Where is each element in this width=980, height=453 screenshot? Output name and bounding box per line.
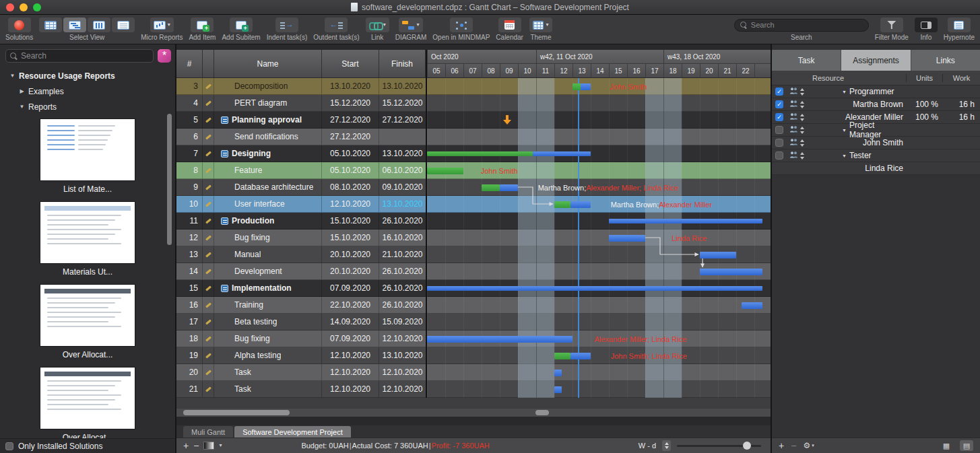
task-finish-cell[interactable]: 06.10.2020 xyxy=(379,162,426,178)
resource-row-tester[interactable]: ▼Tester xyxy=(772,149,980,162)
report-thumbnail[interactable]: Materials Ut... xyxy=(40,201,135,283)
table-scroll-thumb[interactable] xyxy=(183,410,290,415)
task-row[interactable]: 14Development20.10.202026.10.2020 xyxy=(176,263,426,280)
task-row[interactable]: 20Task12.10.202012.10.2020 xyxy=(176,364,426,381)
resource-row-martha-brown[interactable]: ✓Martha Brown100 %16 h xyxy=(772,98,980,111)
filter-button[interactable] xyxy=(880,18,903,32)
sort-arrows-icon[interactable] xyxy=(800,152,805,160)
task-finish-cell[interactable]: 13.10.2020 xyxy=(379,145,426,162)
resource-checkbox[interactable]: ✓ xyxy=(775,88,783,96)
sort-arrows-icon[interactable] xyxy=(800,101,805,108)
task-edit-cell[interactable] xyxy=(203,263,214,279)
calendar-button[interactable] xyxy=(498,18,521,32)
resource-checkbox[interactable] xyxy=(775,151,783,160)
task-row[interactable]: 8Feature05.10.202006.10.2020 xyxy=(176,162,426,179)
task-finish-cell[interactable]: 12.10.2020 xyxy=(379,330,426,347)
task-edit-cell[interactable] xyxy=(203,213,214,229)
report-thumbnail[interactable]: List of Mate... xyxy=(40,118,135,200)
micro-reports-button[interactable]: ▾ xyxy=(150,18,174,32)
minimize-window-button[interactable] xyxy=(20,3,28,11)
gantt-bar[interactable] xyxy=(554,353,570,359)
toolbar-search-input[interactable] xyxy=(751,21,863,29)
task-edit-cell[interactable] xyxy=(203,112,214,128)
close-window-button[interactable] xyxy=(6,3,14,11)
task-edit-cell[interactable] xyxy=(203,145,214,162)
resource-checkbox[interactable]: ✓ xyxy=(775,100,783,108)
task-start-cell[interactable]: 12.10.2020 xyxy=(322,347,379,363)
gantt-bar[interactable] xyxy=(482,184,500,191)
task-finish-cell[interactable]: 26.10.2020 xyxy=(379,280,426,296)
sidebar-item-resource-usage-reports[interactable]: ▼Resource Usage Reports xyxy=(0,68,175,83)
task-edit-cell[interactable] xyxy=(203,280,214,296)
task-start-cell[interactable]: 12.10.2020 xyxy=(322,364,379,380)
zoom-slider-knob[interactable] xyxy=(743,442,751,450)
diagram-button[interactable]: ▾ xyxy=(399,18,422,32)
column-header-name[interactable]: Name xyxy=(214,50,322,78)
task-row[interactable]: 6Send notifications27.12.2020 xyxy=(176,129,426,145)
view-board-button[interactable] xyxy=(88,18,110,32)
sidebar-item-examples[interactable]: ▶Examples xyxy=(0,83,175,99)
sidebar-search-input[interactable] xyxy=(21,51,149,61)
task-row[interactable]: 19Alpha testing12.10.202013.10.2020 xyxy=(176,347,426,364)
task-edit-cell[interactable] xyxy=(203,95,214,111)
task-name-cell[interactable]: Feature xyxy=(214,162,322,178)
link-button[interactable]: ▾ xyxy=(366,18,389,32)
hypernote-button[interactable] xyxy=(948,18,971,32)
report-thumbnail[interactable]: Over Allocat... xyxy=(40,367,135,448)
task-row[interactable]: 12Bug fixing15.10.202016.10.2020 xyxy=(176,230,426,246)
indent-button[interactable] xyxy=(275,18,298,32)
task-edit-cell[interactable] xyxy=(203,330,214,347)
header-units[interactable]: Units xyxy=(906,74,942,82)
resource-checkbox[interactable]: ✓ xyxy=(775,113,783,121)
task-edit-cell[interactable] xyxy=(203,129,214,145)
task-row[interactable]: 5Planning approval27.12.202027.12.2020 xyxy=(176,112,426,129)
task-name-cell[interactable]: Task xyxy=(214,364,322,380)
task-name-cell[interactable]: Manual xyxy=(214,246,322,263)
remove-resource-button[interactable]: − xyxy=(791,441,796,450)
sort-arrows-icon[interactable] xyxy=(800,139,805,147)
resource-row-linda-rice[interactable]: Linda Rice xyxy=(772,162,980,175)
remove-task-button[interactable]: − xyxy=(193,441,199,450)
task-finish-cell[interactable]: 13.10.2020 xyxy=(379,347,426,363)
task-name-cell[interactable]: PERT diagram xyxy=(214,95,322,111)
task-finish-cell[interactable]: 15.09.2020 xyxy=(379,314,426,330)
task-start-cell[interactable]: 07.09.2020 xyxy=(322,330,379,347)
task-name-cell[interactable]: Designing xyxy=(214,145,322,162)
task-row[interactable]: 17Beta testing14.09.202015.09.2020 xyxy=(176,314,426,330)
only-installed-checkbox[interactable] xyxy=(5,442,13,450)
task-name-cell[interactable]: Implementation xyxy=(214,280,322,296)
task-row[interactable]: 9Database architecture08.10.202009.10.20… xyxy=(176,179,426,196)
view-doc-button[interactable] xyxy=(112,18,135,32)
toolbar-search-field[interactable] xyxy=(734,19,869,32)
resource-checkbox[interactable] xyxy=(775,139,783,147)
zoom-slider[interactable] xyxy=(677,441,761,450)
theme-button[interactable]: ▾ xyxy=(529,18,552,32)
task-name-cell[interactable]: User interface xyxy=(214,196,322,212)
task-start-cell[interactable]: 13.10.2020 xyxy=(322,78,379,94)
collapse-triangle-icon[interactable]: ▼ xyxy=(842,90,847,94)
sort-arrows-icon[interactable] xyxy=(800,88,805,96)
task-row[interactable]: 18Bug fixing07.09.202012.10.2020 xyxy=(176,330,426,347)
task-row[interactable]: 4PERT diagram15.12.202015.12.2020 xyxy=(176,95,426,112)
resource-settings-button[interactable]: ⚙▾ xyxy=(803,441,814,450)
view-table-button[interactable] xyxy=(39,18,62,32)
resource-checkbox[interactable] xyxy=(775,126,783,134)
sort-arrows-icon[interactable] xyxy=(800,114,805,121)
task-finish-cell[interactable]: 26.10.2020 xyxy=(379,297,426,313)
sidebar-item-reports[interactable]: ▼Reports xyxy=(0,99,175,114)
add-resource-button[interactable]: + xyxy=(779,441,784,450)
gantt-bar[interactable] xyxy=(700,252,736,258)
task-start-cell[interactable]: 27.12.2020 xyxy=(322,129,379,145)
list-view-button[interactable]: ▤ xyxy=(960,440,973,451)
gantt-bar[interactable] xyxy=(427,286,762,291)
document-tab-software-development-project[interactable]: Software Development Project xyxy=(234,426,351,438)
task-edit-cell[interactable] xyxy=(203,314,214,330)
task-start-cell[interactable]: 22.10.2020 xyxy=(322,297,379,313)
gantt-bar[interactable] xyxy=(533,151,591,156)
task-start-cell[interactable]: 27.12.2020 xyxy=(322,112,379,128)
task-row[interactable]: 7Designing05.10.202013.10.2020 xyxy=(176,145,426,162)
collapse-triangle-icon[interactable]: ▼ xyxy=(842,153,847,158)
gantt-bar[interactable] xyxy=(427,151,533,156)
task-name-cell[interactable]: Beta testing xyxy=(214,314,322,330)
task-start-cell[interactable]: 08.10.2020 xyxy=(322,179,379,195)
